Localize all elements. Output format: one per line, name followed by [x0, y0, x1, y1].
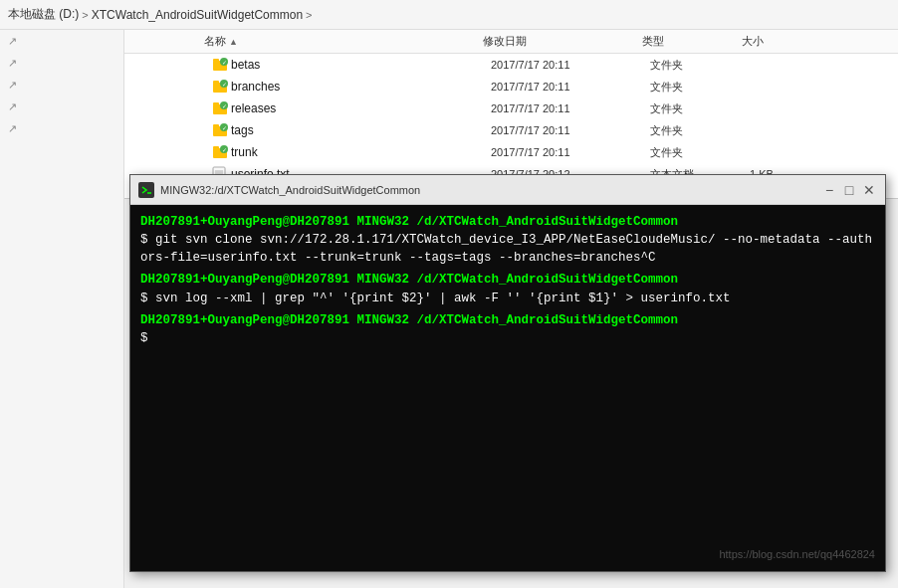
nav-arrow-2: ↗	[0, 52, 123, 74]
file-name-text: betas	[231, 58, 260, 72]
nav-arrow-6	[0, 139, 123, 161]
file-type: 文件夹	[650, 101, 750, 116]
terminal-command-line: $ svn log --xml | grep "^' '{print $2}' …	[140, 290, 875, 307]
svn-overlay-icon: ✓	[212, 122, 228, 138]
terminal-prompt: DH207891+OuyangPeng@DH207891 MINGW32 /d/…	[140, 215, 678, 229]
col-size[interactable]: 大小	[742, 34, 821, 49]
close-button[interactable]: ✕	[861, 182, 877, 198]
svg-text:✓: ✓	[222, 147, 227, 153]
file-date: 2017/7/17 20:11	[491, 102, 650, 114]
svg-rect-13	[213, 124, 219, 127]
file-type: 文件夹	[650, 123, 750, 138]
svg-text:✓: ✓	[222, 103, 227, 109]
col-name[interactable]: 名称 ▲	[204, 34, 483, 49]
nav-arrow-5: ↗	[0, 117, 123, 139]
file-name: ✓ tags	[212, 122, 491, 138]
file-date: 2017/7/17 20:11	[491, 124, 650, 136]
svn-overlay-icon: ✓	[212, 57, 228, 73]
breadcrumb-drive[interactable]: 本地磁盘 (D:)	[8, 6, 79, 23]
table-row[interactable]: ✓ branches2017/7/17 20:11文件夹	[124, 76, 898, 98]
terminal-prompt: DH207891+OuyangPeng@DH207891 MINGW32 /d/…	[140, 273, 678, 287]
terminal-command: $ svn log --xml | grep "^' '{print $2}' …	[140, 292, 731, 305]
nav-arrow-1: ↗	[0, 30, 123, 52]
nav-arrow-3: ↗	[0, 74, 123, 96]
terminal-prompt-line: DH207891+OuyangPeng@DH207891 MINGW32 /d/…	[140, 311, 875, 329]
file-date: 2017/7/17 20:11	[491, 81, 650, 93]
col-type[interactable]: 类型	[642, 34, 742, 49]
terminal-command: $	[140, 331, 155, 345]
file-name: ✓ trunk	[212, 144, 491, 160]
terminal-title-text: MINGW32:/d/XTCWatch_AndroidSuitWidgetCom…	[160, 184, 420, 196]
file-date: 2017/7/17 20:11	[491, 146, 650, 158]
file-name-text: trunk	[231, 145, 258, 159]
file-name: ✓ releases	[212, 100, 491, 116]
terminal-command-line: $	[140, 329, 875, 347]
col-modified[interactable]: 修改日期	[483, 34, 642, 49]
file-name-text: releases	[231, 101, 276, 115]
svg-text:✓: ✓	[222, 82, 227, 88]
left-panel: ↗ ↗ ↗ ↗ ↗	[0, 30, 124, 588]
file-type: 文件夹	[650, 145, 750, 160]
file-name: ✓ branches	[212, 79, 491, 95]
terminal-prompt-line: DH207891+OuyangPeng@DH207891 MINGW32 /d/…	[140, 271, 875, 289]
maximize-button[interactable]: □	[841, 182, 857, 198]
svg-rect-1	[213, 59, 219, 62]
terminal-block: DH207891+OuyangPeng@DH207891 MINGW32 /d/…	[140, 271, 875, 306]
terminal-body: DH207891+OuyangPeng@DH207891 MINGW32 /d/…	[130, 205, 885, 571]
file-name-text: tags	[231, 123, 254, 137]
address-bar[interactable]: 本地磁盘 (D:) > XTCWatch_AndroidSuitWidgetCo…	[0, 0, 898, 30]
terminal-block: DH207891+OuyangPeng@DH207891 MINGW32 /d/…	[140, 311, 875, 347]
svg-rect-9	[213, 102, 219, 105]
nav-arrow-4: ↗	[0, 96, 123, 117]
terminal-title-area: MINGW32:/d/XTCWatch_AndroidSuitWidgetCom…	[138, 182, 420, 198]
terminal-command-line: $ git svn clone svn://172.28.1.171/XTCWa…	[140, 231, 875, 267]
table-row[interactable]: ✓ releases2017/7/17 20:11文件夹	[124, 98, 898, 119]
terminal-prompt: DH207891+OuyangPeng@DH207891 MINGW32 /d/…	[140, 313, 678, 327]
table-row[interactable]: ✓ tags2017/7/17 20:11文件夹	[124, 119, 898, 141]
file-name: ✓ betas	[212, 57, 491, 73]
breadcrumb: 本地磁盘 (D:) > XTCWatch_AndroidSuitWidgetCo…	[8, 6, 313, 23]
file-explorer: 本地磁盘 (D:) > XTCWatch_AndroidSuitWidgetCo…	[0, 0, 898, 199]
breadcrumb-folder[interactable]: XTCWatch_AndroidSuitWidgetCommon	[92, 8, 303, 22]
file-name-text: branches	[231, 80, 280, 94]
table-row[interactable]: ✓ trunk2017/7/17 20:11文件夹	[124, 141, 898, 163]
watermark: https://blog.csdn.net/qq4462824	[719, 547, 875, 563]
terminal-app-icon	[138, 182, 154, 198]
file-type: 文件夹	[650, 80, 750, 95]
terminal-controls: − □ ✕	[821, 182, 877, 198]
terminal-window: MINGW32:/d/XTCWatch_AndroidSuitWidgetCom…	[129, 174, 886, 572]
file-list: ✓ betas2017/7/17 20:11文件夹 ✓ branches2017…	[124, 54, 898, 185]
terminal-block: DH207891+OuyangPeng@DH207891 MINGW32 /d/…	[140, 213, 875, 267]
svn-overlay-icon: ✓	[212, 144, 228, 160]
terminal-titlebar: MINGW32:/d/XTCWatch_AndroidSuitWidgetCom…	[130, 175, 885, 205]
file-type: 文件夹	[650, 58, 750, 73]
sort-arrow-icon: ▲	[229, 37, 238, 47]
svn-overlay-icon: ✓	[212, 79, 228, 95]
svn-overlay-icon: ✓	[212, 100, 228, 116]
svg-text:✓: ✓	[222, 60, 227, 66]
terminal-command: $ git svn clone svn://172.28.1.171/XTCWa…	[140, 233, 872, 265]
svg-rect-17	[213, 146, 219, 149]
minimize-button[interactable]: −	[821, 182, 837, 198]
svg-text:✓: ✓	[222, 125, 227, 131]
svg-rect-5	[213, 81, 219, 84]
table-row[interactable]: ✓ betas2017/7/17 20:11文件夹	[124, 54, 898, 76]
file-date: 2017/7/17 20:11	[491, 59, 650, 71]
column-headers: 名称 ▲ 修改日期 类型 大小	[124, 30, 898, 54]
terminal-prompt-line: DH207891+OuyangPeng@DH207891 MINGW32 /d/…	[140, 213, 875, 231]
